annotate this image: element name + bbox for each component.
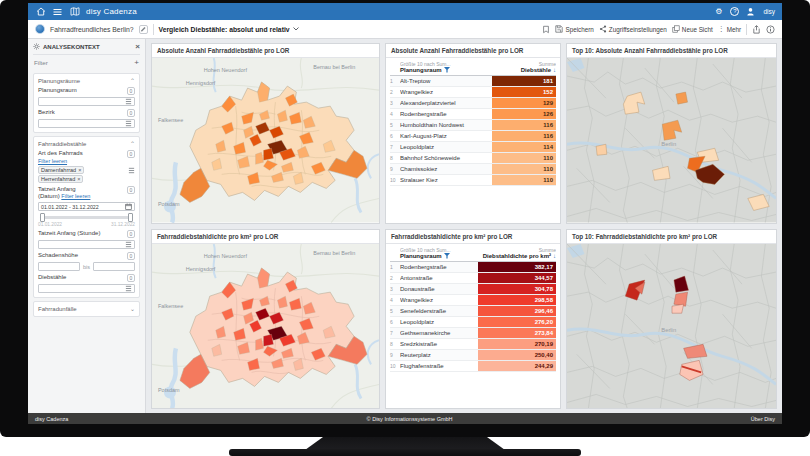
stage: disy Cadenza ⚙ ? disy Fahrradfreundliche…: [0, 0, 810, 456]
col-header-planungsraum[interactable]: Planungsraum: [400, 253, 442, 259]
col-header-diebstahldichte[interactable]: Diebstahldichte pro km²: [483, 253, 551, 259]
workbook-avatar-icon[interactable]: [35, 24, 45, 34]
clear-filter-link[interactable]: Filter leeren: [38, 158, 67, 164]
col-header-planungsraum[interactable]: Planungsraum: [400, 67, 442, 73]
table-row[interactable]: 1 Alt-Treptow 181: [390, 76, 556, 87]
map-label-hennigsdorf: Hennigsdorf: [186, 266, 216, 272]
count-badge: 0: [127, 252, 135, 260]
filter-group-fahrradunfaelle: Fahrradunfälle ⌄: [33, 301, 140, 317]
clear-filter-link[interactable]: Filter leeren: [61, 193, 90, 199]
table-row[interactable]: 3 Alexanderplatzviertel 129: [390, 98, 556, 109]
table-row[interactable]: 8 Bahnhof Schöneweide 110: [390, 153, 556, 164]
table-row[interactable]: 10 Flughafenstraße 244,29: [390, 361, 556, 372]
panel-dens-map: Fahrraddiebstahldichte pro km² pro LOR: [151, 229, 380, 410]
slider-handle-min[interactable]: [40, 213, 45, 222]
table-row[interactable]: 8 Sredzkistraße 270,19: [390, 339, 556, 350]
count-badge: 0: [127, 87, 135, 95]
help-icon[interactable]: ?: [730, 7, 739, 16]
settings-gear-icon[interactable]: ⚙: [713, 6, 724, 17]
divider: [153, 24, 154, 35]
table-row[interactable]: 6 Leopoldplatz 276,20: [390, 317, 556, 328]
close-icon[interactable]: ×: [135, 44, 140, 50]
workbook-title[interactable]: Fahrradfreundliches Berlin?: [50, 26, 134, 33]
count-badge: 0: [127, 274, 135, 282]
date-range-input[interactable]: 01.01.2022 - 31.12.2022: [38, 202, 135, 211]
table-row[interactable]: 5 Senefelderstraße 296,46: [390, 306, 556, 317]
info-button[interactable]: [766, 25, 775, 34]
table-row[interactable]: 7 Gethsemanekirche 273,84: [390, 328, 556, 339]
top10-abs-map-svg: Berlin: [567, 58, 776, 223]
bookmark-icon: [542, 25, 550, 34]
slider-min-label: 01.01.2022: [38, 222, 62, 227]
panel-title: Fahrraddiebstahldichte pro km² pro LOR: [152, 230, 379, 244]
date-range-slider[interactable]: [40, 216, 133, 219]
sort-desc-icon[interactable]: ↓: [553, 67, 556, 73]
panel-title: Absolute Anzahl Fahrraddiebstähle pro LO…: [386, 44, 560, 58]
more-button[interactable]: ⋮ Mehr: [718, 25, 741, 33]
group-header-planungsraeume[interactable]: Planungsräume ⌃: [38, 77, 135, 84]
group-header-fahrradunfaelle[interactable]: Fahrradunfälle ⌄: [38, 305, 135, 312]
add-filter-icon[interactable]: +: [134, 58, 139, 67]
filter-funnel-icon[interactable]: [444, 253, 450, 259]
user-icon[interactable]: [745, 6, 756, 17]
bookmark-button[interactable]: [542, 25, 550, 34]
workbooks-map-icon[interactable]: [69, 6, 80, 17]
map-label-potsdam: Potsdam: [158, 201, 180, 207]
stunde-input[interactable]: [38, 240, 135, 249]
user-name-label[interactable]: disy: [763, 8, 775, 15]
list-picker-icon[interactable]: [128, 167, 135, 174]
panel-dens-top10-map: Top 10: Fahrraddiebstahldichte pro km² p…: [566, 229, 777, 410]
diebstaehle-input[interactable]: [38, 284, 135, 293]
table-row[interactable]: 1 Rodenbergstraße 382,17: [390, 262, 556, 273]
access-settings-button[interactable]: Zugriffseinstellungen: [599, 25, 667, 33]
dens-choropleth-map[interactable]: Hohen Neuendorf Bernau bei Berlin Hennig…: [152, 244, 379, 409]
analysis-context-sidebar: ANALYSEKONTEXT × Filter + Planungsräume …: [28, 39, 146, 413]
abs-choropleth-map[interactable]: Hohen Neuendorf Bernau bei Berlin Hennig…: [152, 58, 379, 223]
filter-field-bezirk: Bezirk 0: [38, 109, 135, 128]
dens-top10-map[interactable]: Berlin: [567, 244, 776, 409]
panel-abs-map: Absolute Anzahl Fahrraddiebstähle pro LO…: [151, 43, 380, 224]
table-row[interactable]: 2 Antonstraße 344,57: [390, 273, 556, 284]
table-body: 1 Alt-Treptow 181 2 Wrangelkiez 152: [390, 76, 556, 186]
schaden-max-input[interactable]: [93, 262, 135, 271]
table-row[interactable]: 7 Leopoldplatz 114: [390, 142, 556, 153]
table-row[interactable]: 9 Chamissokiez 110: [390, 164, 556, 175]
panel-abs-table: Absolute Anzahl Fahrraddiebstähle pro LO…: [385, 43, 561, 224]
menu-icon[interactable]: [52, 6, 63, 17]
abs-top10-map[interactable]: Berlin: [567, 58, 776, 223]
table-row[interactable]: 2 Wrangelkiez 152: [390, 87, 556, 98]
table-row[interactable]: 3 Donaustraße 304,78: [390, 284, 556, 295]
filter-funnel-icon[interactable]: [444, 67, 450, 73]
table-row[interactable]: 6 Karl-August-Platz 116: [390, 131, 556, 142]
remove-tag-icon[interactable]: ×: [77, 176, 80, 182]
new-view-icon: [672, 25, 680, 33]
table-row[interactable]: 10 Stralauer Kiez 110: [390, 175, 556, 186]
planungsraum-input[interactable]: [38, 97, 135, 106]
bezirk-input[interactable]: [38, 119, 135, 128]
remove-tag-icon[interactable]: ×: [78, 167, 81, 173]
save-icon: [555, 25, 563, 33]
export-button[interactable]: [752, 25, 761, 34]
sort-desc-icon[interactable]: ↓: [553, 253, 556, 259]
map-label-potsdam: Potsdam: [158, 387, 180, 393]
table-row[interactable]: 5 Humboldthain Nordwest 116: [390, 120, 556, 131]
slider-handle-max[interactable]: [128, 213, 133, 222]
new-view-button[interactable]: Neue Sicht: [672, 25, 713, 33]
table-row[interactable]: 4 Wrangelkiez 298,58: [390, 295, 556, 306]
group-header-fahrraddiebstaehle[interactable]: Fahrraddiebstähle ⌃: [38, 140, 135, 147]
footer-about-link[interactable]: Über Disy: [751, 416, 775, 422]
filter-tag[interactable]: Herrenfahrrad ×: [38, 175, 83, 183]
app-window: disy Cadenza ⚙ ? disy Fahrradfreundliche…: [28, 3, 782, 424]
view-title-dropdown[interactable]: Vergleich Diebstähle: absolut und relati…: [159, 26, 299, 33]
save-button[interactable]: Speichern: [555, 25, 593, 33]
app-brand: disy Cadenza: [86, 7, 137, 16]
list-picker-icon: [125, 98, 132, 105]
schaden-min-input[interactable]: [38, 262, 80, 271]
filter-tag[interactable]: Damenfahrrad ×: [38, 166, 84, 174]
col-header-diebstaehle[interactable]: Diebstähle: [521, 67, 551, 73]
panel-dens-table: Fahrraddiebstahldichte pro km² pro LOR G…: [385, 229, 561, 410]
table-row[interactable]: 9 Reuterplatz 250,40: [390, 350, 556, 361]
home-icon[interactable]: [35, 6, 46, 17]
table-row[interactable]: 4 Rodenbergstraße 126: [390, 109, 556, 120]
workbook-edit-badge-icon[interactable]: [139, 25, 148, 34]
